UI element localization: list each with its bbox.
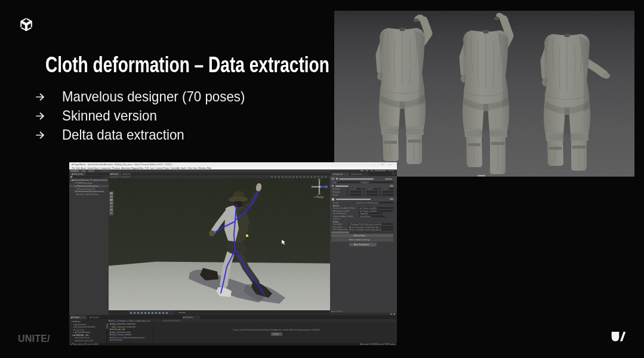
svg-text:× Persp: × Persp	[314, 196, 323, 199]
